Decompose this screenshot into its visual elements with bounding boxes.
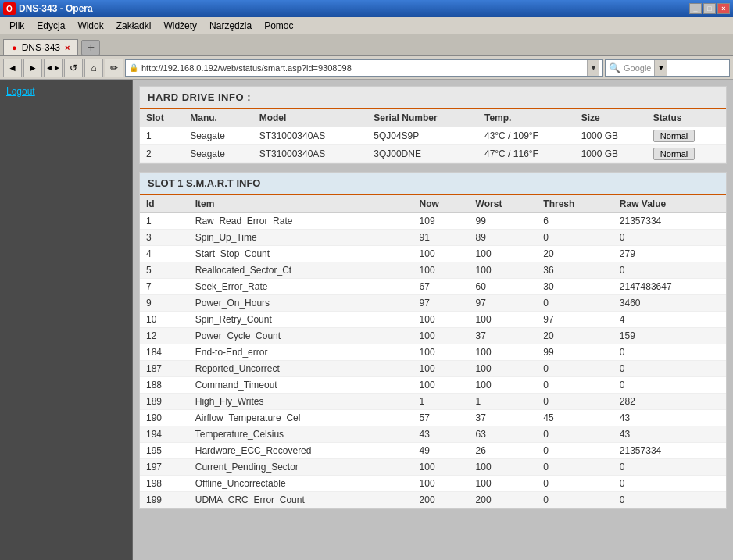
- logout-link[interactable]: Logout: [6, 86, 35, 97]
- cell-raw: 43: [613, 426, 726, 443]
- smart-section: SLOT 1 S.M.A.R.T INFO Id Item Now Worst …: [139, 172, 727, 509]
- table-row: 198 Offline_Uncorrectable 100 100 0 0: [140, 476, 726, 492]
- cell-thresh: 0: [537, 295, 613, 312]
- status-button[interactable]: Normal: [653, 148, 695, 160]
- home-button[interactable]: ⌂: [84, 59, 103, 77]
- table-row: 197 Current_Pending_Sector 100 100 0 0: [140, 459, 726, 476]
- col-size: Size: [575, 109, 647, 127]
- table-row: 10 Spin_Retry_Count 100 100 97 4: [140, 312, 726, 328]
- search-bar[interactable]: 🔍 Google ▼: [605, 59, 730, 77]
- fast-forward-button[interactable]: ◄►: [44, 59, 63, 77]
- cell-now: 100: [413, 377, 470, 394]
- cell-now: 100: [413, 328, 470, 344]
- menu-pomoc[interactable]: Pomoc: [258, 19, 299, 33]
- cell-temp: 43°C / 109°F: [478, 127, 575, 145]
- col-id: Id: [140, 195, 189, 213]
- search-icon: 🔍: [609, 62, 620, 73]
- menu-edycja[interactable]: Edycja: [30, 19, 71, 33]
- address-bar: ◄ ► ◄► ↺ ⌂ ✏ 🔒 http://192.168.0.192/web/…: [0, 56, 733, 80]
- app-icon: O: [3, 2, 16, 15]
- table-row: 199 UDMA_CRC_Error_Count 200 200 0 0: [140, 492, 726, 508]
- menu-plik[interactable]: Plik: [3, 19, 30, 33]
- forward-button[interactable]: ►: [23, 59, 42, 77]
- cell-id: 5: [140, 262, 189, 279]
- minimize-button[interactable]: _: [689, 3, 702, 14]
- menu-narzedzia[interactable]: Narzędzia: [203, 19, 258, 33]
- cell-item: High_Fly_Writes: [189, 394, 413, 410]
- cell-size: 1000 GB: [575, 127, 647, 145]
- cell-thresh: 0: [537, 377, 613, 394]
- cell-manu: Seagate: [184, 127, 252, 145]
- hard-drive-header: HARD DRIVE INFO :: [140, 87, 726, 109]
- cell-thresh: 99: [537, 344, 613, 361]
- cell-thresh: 0: [537, 443, 613, 459]
- cell-thresh: 30: [537, 279, 613, 295]
- table-row: 184 End-to-End_error 100 100 99 0: [140, 344, 726, 361]
- cell-worst: 97: [470, 295, 538, 312]
- cell-worst: 100: [470, 377, 538, 394]
- main-layout: Logout HARD DRIVE INFO : Slot Manu. Mode…: [0, 80, 733, 560]
- table-row: 1 Raw_Read_Error_Rate 109 99 6 21357334: [140, 213, 726, 230]
- cell-raw: 21357334: [613, 213, 726, 230]
- search-dropdown-button[interactable]: ▼: [654, 60, 667, 76]
- url-dropdown-button[interactable]: ▼: [587, 60, 599, 76]
- menu-zakladki[interactable]: Zakładki: [110, 19, 158, 33]
- cell-raw: 4: [613, 312, 726, 328]
- hard-drive-table: Slot Manu. Model Serial Number Temp. Siz…: [140, 109, 726, 163]
- cell-thresh: 0: [537, 426, 613, 443]
- tab-dns343[interactable]: ● DNS-343 ×: [3, 39, 78, 55]
- cell-now: 57: [413, 410, 470, 426]
- table-row: 9 Power_On_Hours 97 97 0 3460: [140, 295, 726, 312]
- cell-raw: 2147483647: [613, 279, 726, 295]
- table-row: 12 Power_Cycle_Count 100 37 20 159: [140, 328, 726, 344]
- cell-status[interactable]: Normal: [647, 145, 726, 163]
- cell-temp: 47°C / 116°F: [478, 145, 575, 163]
- reload-button[interactable]: ↺: [64, 59, 83, 77]
- col-item: Item: [189, 195, 413, 213]
- col-serial: Serial Number: [367, 109, 478, 127]
- url-lock-icon: 🔒: [129, 63, 138, 72]
- cell-raw: 0: [613, 476, 726, 492]
- cell-id: 190: [140, 410, 189, 426]
- col-now: Now: [413, 195, 470, 213]
- cell-id: 10: [140, 312, 189, 328]
- status-button[interactable]: Normal: [653, 130, 695, 142]
- cell-raw: 279: [613, 246, 726, 262]
- window-controls[interactable]: _ □ ×: [689, 3, 730, 14]
- back-button[interactable]: ◄: [3, 59, 22, 77]
- cell-worst: 63: [470, 426, 538, 443]
- cell-item: Start_Stop_Count: [189, 246, 413, 262]
- edit-button[interactable]: ✏: [105, 59, 123, 77]
- cell-thresh: 0: [537, 492, 613, 508]
- menu-widzety[interactable]: Widżety: [157, 19, 203, 33]
- sidebar: Logout: [0, 80, 133, 560]
- cell-item: Power_On_Hours: [189, 295, 413, 312]
- cell-item: End-to-End_error: [189, 344, 413, 361]
- cell-worst: 100: [470, 262, 538, 279]
- cell-now: 1: [413, 394, 470, 410]
- cell-id: 9: [140, 295, 189, 312]
- table-row: 189 High_Fly_Writes 1 1 0 282: [140, 394, 726, 410]
- tab-label: DNS-343: [22, 42, 60, 53]
- tab-close-button[interactable]: ×: [65, 43, 70, 52]
- cell-id: 188: [140, 377, 189, 394]
- cell-serial: 3QJ00DNE: [367, 145, 478, 163]
- maximize-button[interactable]: □: [703, 3, 716, 14]
- cell-thresh: 0: [537, 476, 613, 492]
- cell-model: ST31000340AS: [253, 145, 368, 163]
- cell-item: Hardware_ECC_Recovered: [189, 443, 413, 459]
- cell-thresh: 20: [537, 328, 613, 344]
- menu-bar: Plik Edycja Widok Zakładki Widżety Narzę…: [0, 17, 733, 34]
- cell-item: Current_Pending_Sector: [189, 459, 413, 476]
- cell-worst: 60: [470, 279, 538, 295]
- url-bar[interactable]: 🔒 http://192.168.0.192/web/status/smart.…: [125, 59, 603, 77]
- new-tab-button[interactable]: +: [81, 40, 100, 55]
- cell-worst: 1: [470, 394, 538, 410]
- cell-now: 100: [413, 344, 470, 361]
- cell-thresh: 0: [537, 394, 613, 410]
- cell-item: Command_Timeout: [189, 377, 413, 394]
- menu-widok[interactable]: Widok: [71, 19, 109, 33]
- close-button[interactable]: ×: [717, 3, 730, 14]
- cell-status[interactable]: Normal: [647, 127, 726, 145]
- cell-id: 1: [140, 213, 189, 230]
